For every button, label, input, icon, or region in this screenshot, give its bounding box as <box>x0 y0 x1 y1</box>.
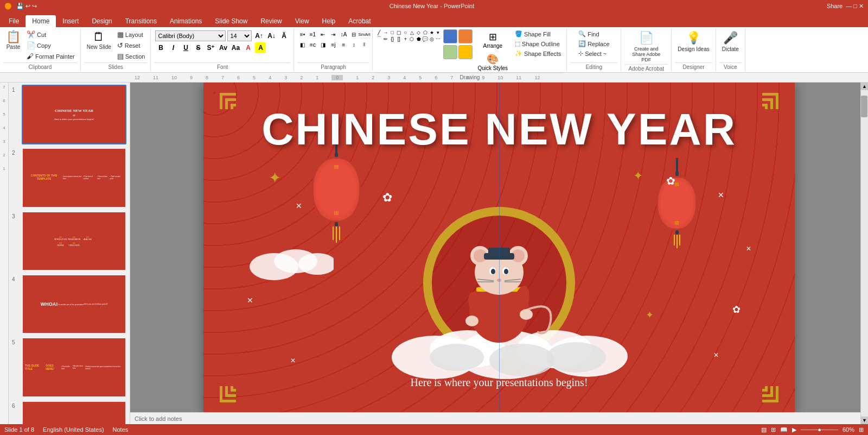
line-spacing-btn[interactable]: ↕ <box>349 40 359 49</box>
shape-brace[interactable]: {} <box>390 36 395 42</box>
shape-curve[interactable]: ⌒ <box>376 36 382 42</box>
shape-more[interactable]: ▾ <box>435 29 441 35</box>
convert-smartart-btn[interactable]: SmArt <box>359 29 369 39</box>
shape-arrow[interactable]: → <box>383 29 389 35</box>
zoom-slider[interactable]: ────●──── <box>801 426 838 433</box>
slide-thumb-6[interactable]: 6 <box>12 401 126 424</box>
tab-view[interactable]: View <box>289 15 316 27</box>
slide-canvas-area[interactable]: CHINESE NEW YEAR ✦ ✕ ✕ ✕ ✕ ✕ ✕ ✦ ✦ |||| … <box>130 83 868 412</box>
tab-slideshow[interactable]: Slide Show <box>208 15 254 27</box>
shape-freeform[interactable]: ✏ <box>383 36 389 42</box>
justify-btn[interactable]: ≡j <box>328 40 338 49</box>
align-text-btn[interactable]: ⊟ <box>349 29 359 39</box>
shape-more2[interactable]: ⋯ <box>435 36 441 42</box>
shape-effects-button[interactable]: ✨ Shape Effects <box>513 49 563 58</box>
strikethrough-btn[interactable]: S <box>193 42 203 53</box>
notes-bar[interactable]: Click to add notes <box>130 412 868 424</box>
scroll-track[interactable] <box>861 90 868 417</box>
shape-hexagon[interactable]: ⬡ <box>409 36 415 42</box>
shape-line[interactable]: ╱ <box>376 29 382 35</box>
font-increase-btn[interactable]: A↑ <box>253 30 264 41</box>
quickstyle-2[interactable] <box>458 29 473 43</box>
replace-button[interactable]: 🔄 Replace <box>576 39 611 48</box>
shape-cross[interactable]: + <box>403 36 409 42</box>
highlight-btn[interactable]: A <box>255 42 266 53</box>
shape-rounded[interactable]: ▢ <box>396 29 402 35</box>
slide-preview-2[interactable]: CONTENTS OF THIS TEMPLATE Lorem ipsum co… <box>22 148 126 207</box>
slide-preview-5[interactable]: THE SLIDE TITLE GOES HERE! • Text bullet… <box>22 337 126 397</box>
slide-preview-1[interactable]: CHINESE NEW YEAR 🐭 Here is where your pr… <box>22 85 126 144</box>
text-direction-btn[interactable]: ↕A <box>339 29 348 39</box>
view-reading-btn[interactable]: 📖 <box>780 426 788 433</box>
shape-oval[interactable]: ○ <box>403 29 409 35</box>
shape-donut[interactable]: ◎ <box>429 36 435 42</box>
copy-button[interactable]: 📄 Copy <box>24 40 77 51</box>
shape-rect[interactable]: □ <box>390 29 395 35</box>
char-spacing-btn[interactable]: Av <box>218 42 228 53</box>
tab-acrobat[interactable]: Acrobat <box>342 15 377 27</box>
slide-thumb-4[interactable]: 4 WHOA! It is another part of this prese… <box>12 274 126 334</box>
view-slideshow-btn[interactable]: ▶ <box>792 426 796 433</box>
shape-penta[interactable]: ⬠ <box>422 29 428 35</box>
slide-thumb-2[interactable]: 2 CONTENTS OF THIS TEMPLATE Lorem ipsum … <box>12 148 126 207</box>
scroll-thumb[interactable] <box>861 96 867 117</box>
dictate-button[interactable]: 🎤 Dictate <box>719 29 742 54</box>
design-ideas-button[interactable]: 💡 Design Ideas <box>675 29 712 54</box>
justify2-btn[interactable]: ≡ <box>339 40 348 49</box>
slide-preview-4[interactable]: WHOA! It is another part of this present… <box>22 274 126 334</box>
tab-animations[interactable]: Animations <box>163 15 208 27</box>
shape-diamond[interactable]: ◇ <box>416 29 422 35</box>
font-size-select[interactable]: 14 <box>227 30 252 41</box>
create-pdf-button[interactable]: 📄 Create and Share Adobe PDF <box>624 29 668 64</box>
tab-design[interactable]: Design <box>85 15 118 27</box>
change-case-btn[interactable]: Aa <box>230 42 241 53</box>
scroll-up-btn[interactable]: ▲ <box>861 83 869 90</box>
main-slide[interactable]: CHINESE NEW YEAR ✦ ✕ ✕ ✕ ✕ ✕ ✕ ✦ ✦ |||| … <box>203 83 795 412</box>
share-btn[interactable]: Share <box>827 3 843 9</box>
slide-preview-6[interactable] <box>22 401 126 424</box>
scroll-down-btn[interactable]: ▼ <box>861 417 869 424</box>
quick-styles-button[interactable]: 🎨 Quick Styles <box>475 52 510 73</box>
select-button[interactable]: ⊹ Select ~ <box>576 49 611 58</box>
shape-star[interactable]: ★ <box>429 29 435 35</box>
section-button[interactable]: ▤ Section <box>115 51 148 61</box>
shape-outline-button[interactable]: ⬚ Shape Outline <box>513 39 563 48</box>
tab-help[interactable]: Help <box>316 15 342 27</box>
columns-btn[interactable]: ⫴ <box>359 40 369 49</box>
find-button[interactable]: 🔍 Find <box>576 29 611 39</box>
tab-home[interactable]: Home <box>25 15 56 27</box>
slide-thumb-1[interactable]: 1 CHINESE NEW YEAR 🐭 Here is where your … <box>12 85 126 144</box>
cut-button[interactable]: ✂️ Cut <box>24 29 77 40</box>
notes-text[interactable]: Click to add notes <box>135 415 182 422</box>
shape-octagon[interactable]: ⬟ <box>416 36 422 42</box>
tab-insert[interactable]: Insert <box>56 15 85 27</box>
arrange-button[interactable]: ⊞ Arrange <box>475 29 510 51</box>
underline-btn[interactable]: U <box>180 42 191 53</box>
numbering-btn[interactable]: ≡1 <box>308 29 317 39</box>
tab-review[interactable]: Review <box>254 15 288 27</box>
paste-button[interactable]: 📋 Paste <box>3 29 23 52</box>
view-slide-sorter-btn[interactable]: ⊞ <box>771 426 776 433</box>
reset-button[interactable]: ↺ Reset <box>115 40 148 51</box>
scrollbar-vertical[interactable]: ▲ ▼ <box>860 83 868 424</box>
shape-tri[interactable]: △ <box>409 29 415 35</box>
quickstyle-3[interactable] <box>443 45 457 59</box>
italic-btn[interactable]: I <box>168 42 178 53</box>
increase-indent-btn[interactable]: ⇥ <box>328 29 338 39</box>
slide-preview-3[interactable]: 01INTRODUCTION 02PRESENTATION 03ANALYSIS… <box>22 211 126 271</box>
align-left-btn[interactable]: ◧ <box>297 40 307 49</box>
fit-btn[interactable]: ⊞ <box>859 426 864 433</box>
slide-thumb-3[interactable]: 3 01INTRODUCTION 02PRESENTATION 03ANALYS… <box>12 211 126 271</box>
slide-main-title[interactable]: CHINESE NEW YEAR <box>203 104 795 155</box>
notes-btn[interactable]: Notes <box>113 426 129 433</box>
align-center-btn[interactable]: ≡c <box>308 40 317 49</box>
align-right-btn[interactable]: ◨ <box>318 40 328 49</box>
bullets-btn[interactable]: ≡• <box>297 29 307 39</box>
text-shadow-btn[interactable]: S⁺ <box>205 42 216 53</box>
clear-formatting-btn[interactable]: Ā <box>278 30 289 41</box>
shape-callout[interactable]: 💬 <box>422 36 428 42</box>
font-decrease-btn[interactable]: A↓ <box>266 30 277 41</box>
quickstyle-1[interactable] <box>443 29 457 43</box>
shape-bracket[interactable]: [] <box>396 36 402 42</box>
format-painter-button[interactable]: 🖌 Format Painter <box>24 51 77 61</box>
